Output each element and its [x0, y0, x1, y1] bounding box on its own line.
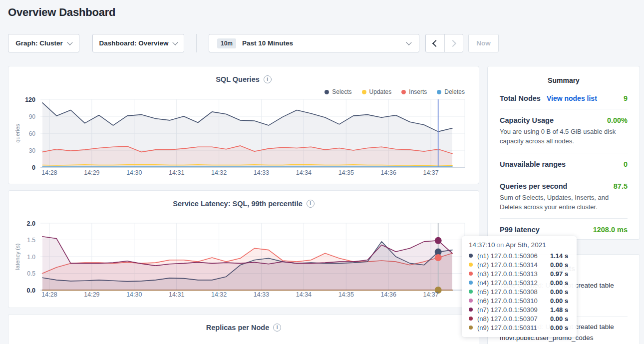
metric-description: Sum of Selects, Updates, Inserts, and De… [500, 193, 628, 212]
x-tick-label: 14:34 [296, 169, 312, 176]
tooltip-row: (n6) 127.0.0.1:503100.00 s [469, 296, 570, 305]
time-prev-button[interactable] [426, 34, 445, 52]
y-tick-label: 120 [25, 96, 35, 103]
x-tick-label: 14:35 [338, 169, 354, 176]
node-color-dot [469, 308, 473, 312]
y-tick-label: 2.0 [27, 220, 35, 227]
x-tick-label: 14:32 [211, 291, 227, 298]
y-tick-label: 1.5 [27, 237, 35, 244]
tooltip-rows: (n1) 127.0.0.1:503061.14 s(n2) 127.0.0.1… [469, 251, 570, 332]
node-color-dot [469, 290, 473, 294]
time-range-label: Past 10 Minutes [242, 39, 293, 47]
chevron-right-icon [449, 39, 456, 46]
tooltip-timestamp: 14:37:10onApr 5th, 2021 [469, 241, 570, 249]
tooltip-date: Apr 5th, 2021 [506, 241, 546, 249]
tooltip-row: (n3) 127.0.0.1:503130.97 s [469, 269, 570, 278]
y-tick-label: 0.0 [27, 287, 35, 294]
y-axis-label: queries [14, 124, 20, 143]
x-tick-label: 14:36 [381, 291, 396, 298]
x-tick-label: 14:32 [211, 169, 227, 176]
metric-label: Unavailable ranges [500, 160, 566, 168]
node-color-dot [469, 263, 473, 267]
tooltip-row: (n4) 127.0.0.1:503120.00 s [469, 278, 570, 287]
service-latency-chart-card: Service Latency: SQL, 99th percentile 0.… [8, 190, 479, 308]
service-latency-plot[interactable]: 0.00.51.01.52.014:2814:2914:3014:3114:32… [8, 191, 480, 309]
x-tick-label: 14:30 [126, 169, 142, 176]
time-next-button[interactable] [445, 34, 463, 52]
tooltip-row: (n5) 127.0.0.1:503080.00 s [469, 287, 570, 296]
toolbar-divider [196, 34, 197, 52]
time-range-badge: 10m [217, 38, 236, 48]
node-color-dot [469, 281, 473, 285]
tooltip-node-label: (n6) 127.0.0.1:50310 [477, 297, 550, 305]
replicas-per-node-chart-card: Replicas per Node [8, 314, 479, 344]
metric-value: 1208.0 ms [593, 226, 628, 234]
tooltip-node-value: 0.97 s [550, 270, 568, 278]
series--n7-127-0-0-1-50309 [42, 237, 452, 290]
y-tick-label: 1.0 [27, 254, 35, 261]
summary-metric: Capacity Usage0.00%You are using 0 B of … [500, 109, 628, 153]
page-title: Overview Dashboard [8, 6, 115, 19]
view-nodes-link[interactable]: View nodes list [547, 94, 597, 102]
node-color-dot [469, 317, 473, 321]
app-root: Overview Dashboard Graph: Cluster Dashbo… [0, 0, 644, 344]
x-tick-label: 14:34 [296, 291, 312, 298]
y-tick-label: 90 [29, 113, 36, 120]
tooltip-node-label: (n2) 127.0.0.1:50314 [477, 261, 550, 269]
tooltip-row: (n1) 127.0.0.1:503061.14 s [469, 251, 570, 260]
metric-value: 87.5 [614, 182, 628, 190]
tooltip-node-value: 0.00 s [550, 279, 568, 287]
y-tick-label: 60 [29, 130, 36, 137]
y-tick-label: 0.5 [27, 270, 35, 277]
metric-label: Queries per second [500, 182, 567, 190]
summary-metric-head: Queries per second87.5 [500, 182, 628, 190]
tooltip-node-label: (n3) 127.0.0.1:50313 [477, 270, 550, 278]
summary-panel: Summary Total NodesView nodes list9Capac… [487, 66, 640, 240]
hover-point [435, 254, 442, 261]
summary-metric-head: Total NodesView nodes list9 [500, 94, 628, 102]
chevron-left-icon [432, 39, 439, 46]
summary-metric-head: P99 latency1208.0 ms [500, 226, 628, 234]
tooltip-node-value: 0.00 s [550, 288, 568, 296]
tooltip-node-label: (n9) 127.0.0.1:50311 [477, 324, 550, 332]
x-tick-label: 14:29 [84, 169, 99, 176]
metric-value: 0.00% [607, 116, 628, 124]
y-axis-label: latency (s) [14, 243, 20, 270]
y-tick-label: 30 [29, 147, 36, 154]
tooltip-time: 14:37:10 [469, 241, 495, 249]
time-nav-group [425, 34, 463, 52]
tooltip-node-value: 0.00 s [550, 315, 568, 323]
tooltip-node-value: 1.14 s [550, 252, 568, 260]
x-tick-label: 14:37 [423, 169, 438, 176]
graph-dropdown-label: Graph: Cluster [15, 39, 63, 47]
tooltip-node-label: (n8) 127.0.0.1:50307 [477, 315, 550, 323]
node-color-dot [469, 254, 473, 258]
dashboard-dropdown[interactable]: Dashboard: Overview [92, 34, 184, 52]
dashboard-dropdown-label: Dashboard: Overview [99, 39, 169, 47]
x-tick-label: 14:37 [423, 291, 438, 298]
x-tick-label: 14:35 [338, 291, 354, 298]
metric-value: 0 [624, 160, 628, 168]
chart-hover-tooltip: 14:37:10onApr 5th, 2021 (n1) 127.0.0.1:5… [462, 236, 577, 337]
x-tick-label: 14:28 [41, 169, 57, 176]
time-range-dropdown[interactable]: 10m Past 10 Minutes [209, 34, 419, 52]
y-tick-label: 0 [32, 164, 35, 171]
tooltip-node-value: 0.00 s [550, 261, 568, 269]
tooltip-row: (n7) 127.0.0.1:503091.48 s [469, 305, 570, 314]
sql-queries-chart-card: SQL Queries SelectsUpdatesInsertsDeletes… [8, 66, 479, 184]
metric-label: Total Nodes [500, 94, 541, 102]
node-color-dot [469, 299, 473, 303]
x-tick-label: 14:33 [254, 169, 269, 176]
tooltip-row: (n8) 127.0.0.1:503070.00 s [469, 314, 570, 323]
chart-title: Replicas per Node [8, 324, 479, 332]
series-inserts [42, 146, 452, 167]
chevron-down-icon [67, 39, 72, 45]
now-button[interactable]: Now [468, 34, 499, 52]
summary-metric: Unavailable ranges0 [500, 153, 628, 175]
sql-queries-plot[interactable]: 030609012014:2814:2914:3014:3114:3214:33… [8, 66, 480, 185]
metric-value: 9 [624, 94, 628, 102]
summary-metric: Total NodesView nodes list9 [500, 87, 628, 109]
info-icon[interactable] [273, 324, 281, 332]
node-color-dot [469, 272, 473, 276]
graph-dropdown[interactable]: Graph: Cluster [8, 34, 79, 52]
